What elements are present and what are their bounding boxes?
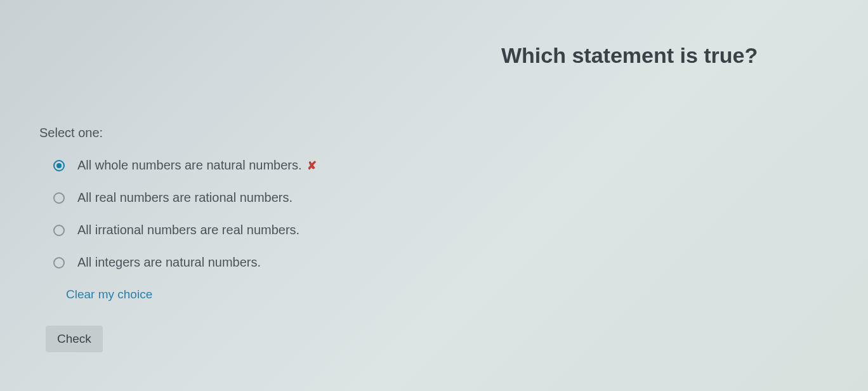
option-label: All whole numbers are natural numbers.	[77, 158, 302, 173]
radio-icon[interactable]	[53, 160, 65, 171]
option-row[interactable]: All irrational numbers are real numbers.	[53, 223, 317, 237]
radio-icon[interactable]	[53, 225, 65, 236]
select-one-label: Select one:	[39, 126, 317, 140]
option-label: All integers are natural numbers.	[77, 255, 261, 270]
check-button[interactable]: Check	[46, 326, 103, 352]
radio-icon[interactable]	[53, 192, 65, 204]
clear-choice-link[interactable]: Clear my choice	[66, 288, 317, 302]
option-row[interactable]: All integers are natural numbers.	[53, 255, 317, 270]
option-row[interactable]: All whole numbers are natural numbers. ✘	[53, 158, 317, 173]
option-row[interactable]: All real numbers are rational numbers.	[53, 190, 317, 205]
radio-icon[interactable]	[53, 257, 65, 268]
incorrect-icon: ✘	[307, 159, 317, 173]
options-list: All whole numbers are natural numbers. ✘…	[53, 158, 317, 270]
answer-block: Select one: All whole numbers are natura…	[39, 126, 317, 352]
question-title: Which statement is true?	[501, 43, 758, 68]
option-label: All real numbers are rational numbers.	[77, 190, 293, 205]
option-label: All irrational numbers are real numbers.	[77, 223, 299, 237]
